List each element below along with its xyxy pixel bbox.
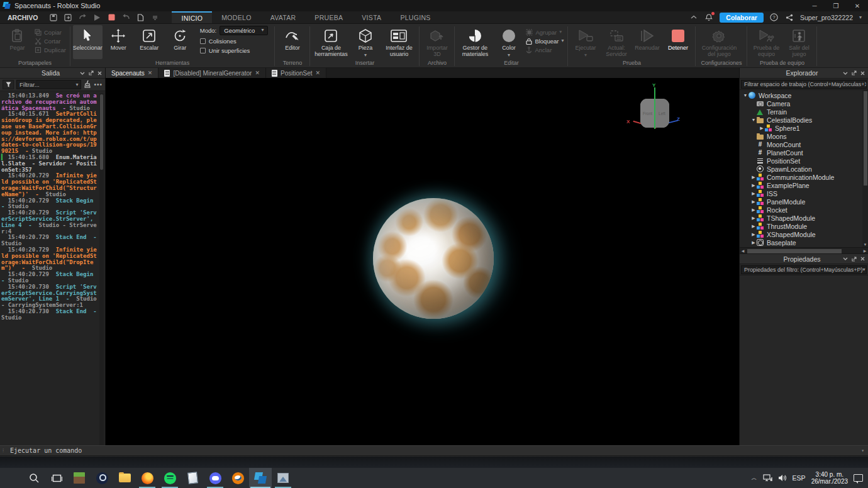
tab-avatar[interactable]: AVATAR bbox=[261, 11, 306, 23]
close-icon[interactable] bbox=[860, 257, 865, 261]
view-cube[interactable]: Front Left Y X Z bbox=[629, 86, 679, 140]
language-indicator[interactable]: ESP bbox=[793, 474, 806, 482]
output-more-icon[interactable]: ••• bbox=[94, 81, 103, 88]
paste-button[interactable]: Pegar bbox=[3, 25, 32, 59]
stop-icon[interactable] bbox=[107, 13, 116, 22]
tree-item-planetcount[interactable]: #PlanetCount bbox=[740, 148, 862, 157]
command-bar[interactable]: ⁞ Ejecutar un comando ▾ bbox=[0, 445, 868, 456]
3d-viewport[interactable]: Front Left Y X Z bbox=[106, 79, 739, 445]
tree-item-camera[interactable]: Camera bbox=[740, 99, 862, 108]
view-cube-left-face[interactable]: Left bbox=[655, 99, 669, 128]
expander-icon[interactable]: ▶ bbox=[759, 124, 765, 132]
save-icon[interactable] bbox=[49, 13, 58, 22]
taskbar-file-explorer-button[interactable] bbox=[113, 468, 136, 488]
file-menu[interactable]: ARCHIVO bbox=[0, 11, 45, 23]
redo-icon[interactable] bbox=[78, 13, 87, 22]
game-settings-button[interactable]: Configuración del juego bbox=[698, 25, 740, 59]
explorer-vscrollbar[interactable]: ▼ bbox=[862, 90, 868, 247]
current-server-button[interactable]: Actual: Servidor bbox=[601, 25, 631, 59]
cut-button[interactable]: Cortar bbox=[35, 38, 66, 45]
expander-icon[interactable]: ▼ bbox=[750, 116, 757, 124]
explorer-filter-input[interactable]: Filtrar espacio de trabajo (Control+Mayú… bbox=[741, 80, 867, 89]
notifications-bell-icon[interactable] bbox=[704, 13, 713, 22]
expander-icon[interactable]: ▶ bbox=[750, 206, 757, 214]
output-filter-select[interactable]: Filtrar...▾ bbox=[16, 80, 81, 89]
expander-icon[interactable]: ▶ bbox=[750, 230, 757, 238]
expander-icon[interactable]: ▶ bbox=[750, 238, 757, 247]
ribbon-collapse-icon[interactable] bbox=[689, 13, 698, 22]
command-input[interactable]: Ejecutar un comando bbox=[10, 447, 82, 454]
mode-select[interactable]: Geométrico▾ bbox=[220, 26, 268, 35]
properties-filter-input[interactable]: Propiedades del filtro: (Control+Mayúscu… bbox=[741, 265, 867, 274]
tree-item-iss[interactable]: ▶ISS bbox=[740, 189, 862, 197]
tree-item-thrustmodule[interactable]: ▶ThrustModule bbox=[740, 222, 862, 230]
customize-toolbar-icon[interactable] bbox=[150, 13, 159, 22]
collaborate-button[interactable]: Colaborar bbox=[720, 13, 764, 23]
close-icon[interactable]: ✕ bbox=[255, 70, 260, 76]
stop-button[interactable]: Detener bbox=[663, 25, 693, 59]
close-icon[interactable]: ✕ bbox=[148, 70, 153, 76]
tree-item-terrain[interactable]: Terrain bbox=[740, 108, 862, 116]
chevron-down-icon[interactable] bbox=[80, 72, 85, 75]
tree-item-spawnlocation[interactable]: SpawnLocation bbox=[740, 165, 862, 173]
chevron-down-icon[interactable] bbox=[843, 72, 848, 75]
command-bar-caret-icon[interactable]: ▾ bbox=[861, 448, 868, 453]
taskbar-discord-button[interactable] bbox=[204, 468, 226, 488]
scale-tool-button[interactable]: Escalar bbox=[135, 25, 164, 59]
expander-icon[interactable]: ▼ bbox=[742, 91, 748, 99]
taskbar-search-button[interactable] bbox=[23, 468, 45, 488]
taskbar-spotify-button[interactable] bbox=[159, 468, 181, 488]
tab-prueba[interactable]: PRUEBA bbox=[305, 11, 352, 23]
tree-item-celestialbodies[interactable]: ▼CelestialBodies bbox=[740, 116, 862, 124]
collisions-checkbox[interactable]: Colisiones bbox=[200, 38, 269, 45]
expander-icon[interactable]: ▶ bbox=[750, 197, 757, 206]
group-button[interactable]: Agrupar▾ bbox=[526, 29, 564, 36]
part-dropdown-caret-icon[interactable]: ▾ bbox=[364, 53, 367, 58]
planet[interactable] bbox=[373, 198, 494, 319]
view-cube-front-face[interactable]: Front bbox=[640, 99, 655, 128]
copy-button[interactable]: Copiar bbox=[35, 29, 66, 36]
user-menu-caret-icon[interactable]: ▾ bbox=[859, 15, 862, 20]
move-tool-button[interactable]: Mover bbox=[104, 25, 133, 59]
rotate-tool-button[interactable]: Girar bbox=[165, 25, 195, 59]
tree-item-panelmodule[interactable]: ▶PanelModule bbox=[740, 197, 862, 206]
username[interactable]: Super_pro322222 bbox=[800, 14, 853, 21]
explorer-tree[interactable]: ▼WorkspaceCameraTerrain▼CelestialBodies▶… bbox=[740, 90, 868, 247]
output-scrollbar[interactable] bbox=[99, 93, 104, 445]
close-button[interactable]: ✕ bbox=[847, 0, 868, 11]
drag-handle-icon[interactable]: ⁞ bbox=[3, 448, 8, 453]
tree-item-positionset[interactable]: PositionSet bbox=[740, 157, 862, 165]
taskbar-roblox-studio-button[interactable] bbox=[249, 468, 272, 488]
expander-icon[interactable]: ▶ bbox=[750, 181, 757, 189]
tree-item-baseplate[interactable]: ▶Baseplate bbox=[740, 238, 862, 247]
expander-icon[interactable]: ▶ bbox=[750, 173, 757, 181]
tab-inicio[interactable]: INICIO bbox=[172, 11, 212, 23]
tab-plugins[interactable]: PLUGINS bbox=[391, 11, 440, 23]
minimize-button[interactable]: ─ bbox=[804, 0, 825, 11]
network-icon[interactable] bbox=[763, 474, 772, 482]
toolbox-button[interactable]: Caja de herramientas bbox=[313, 25, 349, 59]
exit-game-button[interactable]: Salir del juego bbox=[784, 25, 814, 59]
chevron-down-icon[interactable] bbox=[843, 257, 848, 260]
taskbar-firefox-button[interactable] bbox=[136, 468, 159, 488]
tree-item-sphere1[interactable]: ▶Sphere1 bbox=[740, 124, 862, 132]
task-view-button[interactable] bbox=[45, 468, 68, 488]
tree-item-xshapedmodule[interactable]: ▶XShapedModule bbox=[740, 230, 862, 238]
popout-icon[interactable] bbox=[852, 257, 857, 262]
taskbar-steam-button[interactable] bbox=[91, 468, 113, 488]
filter-funnel-icon[interactable] bbox=[3, 80, 14, 89]
help-icon[interactable]: ? bbox=[770, 13, 779, 22]
terrain-editor-button[interactable]: Editor bbox=[277, 25, 307, 59]
taskbar-blender-button[interactable] bbox=[226, 468, 249, 488]
close-icon[interactable] bbox=[860, 71, 865, 75]
select-tool-button[interactable]: Seleccionar bbox=[73, 25, 103, 59]
color-dropdown-caret-icon[interactable]: ▾ bbox=[508, 53, 510, 58]
tree-item-tshapedmodule[interactable]: ▶TShapedModule bbox=[740, 214, 862, 222]
explorer-hscrollbar[interactable]: ◀▶ bbox=[740, 247, 868, 253]
close-icon[interactable] bbox=[97, 71, 102, 75]
lock-button[interactable]: Bloquear▾ bbox=[526, 38, 564, 45]
material-manager-button[interactable]: Gestor de materiales bbox=[457, 25, 492, 59]
import-3d-button[interactable]: Importar 3D bbox=[422, 25, 452, 59]
expander-icon[interactable]: ▶ bbox=[750, 222, 757, 230]
anchor-button[interactable]: Anclar bbox=[526, 47, 564, 53]
